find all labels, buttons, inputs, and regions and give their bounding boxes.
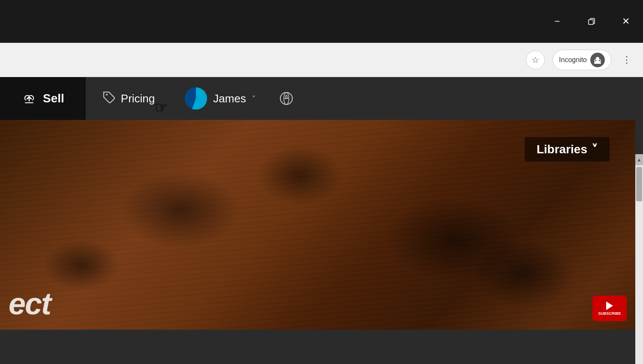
minimize-button[interactable]: − bbox=[540, 0, 574, 43]
avatar bbox=[185, 87, 207, 110]
svg-rect-0 bbox=[589, 20, 593, 24]
scrollbar-thumb[interactable] bbox=[636, 167, 642, 201]
close-button[interactable]: ✕ bbox=[609, 0, 643, 43]
subscribe-label: SUBSCRIBE bbox=[598, 311, 621, 316]
chevron-down-icon: ˅ bbox=[252, 95, 255, 103]
libraries-chevron-icon: ˅ bbox=[592, 142, 598, 156]
hero-partial-text: ect bbox=[9, 286, 51, 321]
scroll-up-button[interactable]: ▲ bbox=[635, 154, 643, 165]
sell-label: Sell bbox=[43, 92, 64, 105]
hero-image: Libraries ˅ ect SUBSCRIBE bbox=[0, 120, 635, 330]
tag-icon bbox=[103, 91, 116, 106]
incognito-label: Incognito bbox=[559, 56, 587, 64]
play-icon bbox=[606, 301, 613, 310]
incognito-badge[interactable]: Incognito bbox=[553, 50, 611, 70]
star-icon: ☆ bbox=[532, 55, 539, 65]
user-menu-button[interactable]: James ˅ bbox=[172, 77, 268, 120]
pricing-label: Pricing bbox=[121, 92, 155, 105]
sell-button[interactable]: Sell bbox=[0, 77, 86, 120]
user-name-label: James bbox=[213, 92, 246, 105]
browser-chrome: ☆ Incognito ⋮ bbox=[0, 43, 643, 77]
upload-cloud-icon bbox=[21, 91, 37, 106]
title-bar: − ✕ bbox=[0, 0, 643, 43]
pricing-button[interactable]: Pricing bbox=[86, 77, 172, 120]
site-navbar: Sell Pricing James ˅ ▲ bbox=[0, 77, 643, 120]
libraries-button[interactable]: Libraries ˅ bbox=[525, 137, 610, 161]
subscribe-button[interactable]: SUBSCRIBE bbox=[592, 295, 627, 321]
svg-point-4 bbox=[106, 94, 108, 95]
incognito-icon bbox=[590, 53, 605, 67]
restore-button[interactable] bbox=[574, 0, 609, 43]
link-icon-button[interactable] bbox=[268, 77, 304, 120]
bookmark-button[interactable]: ☆ bbox=[526, 51, 545, 69]
title-bar-controls: − ✕ bbox=[540, 0, 643, 43]
more-options-button[interactable]: ⋮ bbox=[619, 52, 634, 68]
libraries-label: Libraries bbox=[537, 143, 587, 156]
scrollbar[interactable]: ▲ bbox=[635, 154, 643, 364]
